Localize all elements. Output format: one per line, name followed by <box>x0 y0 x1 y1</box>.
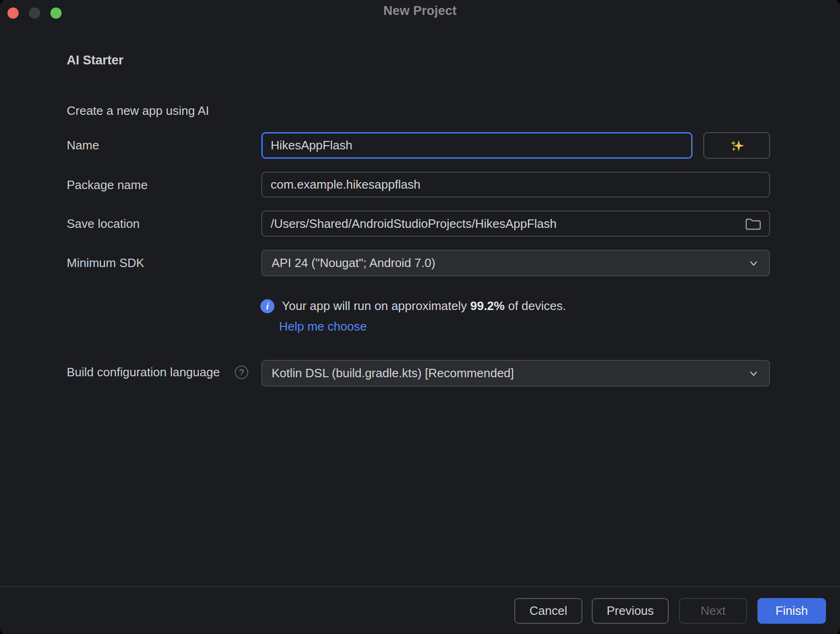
zoom-window-button[interactable] <box>50 7 62 19</box>
minimum-sdk-dropdown[interactable]: API 24 ("Nougat"; Android 7.0) <box>261 250 770 276</box>
sdk-coverage-prefix: Your app will run on approximately <box>282 299 470 313</box>
build-config-label: Build configuration language <box>67 364 220 380</box>
minimum-sdk-label: Minimum SDK <box>67 255 144 271</box>
save-location-input[interactable] <box>261 211 770 237</box>
new-project-dialog: New Project AI Starter Create a new app … <box>0 0 840 634</box>
save-location-label: Save location <box>67 216 140 232</box>
traffic-lights <box>7 7 62 19</box>
previous-button[interactable]: Previous <box>592 598 669 624</box>
finish-button[interactable]: Finish <box>757 598 826 624</box>
help-me-choose-link[interactable]: Help me choose <box>279 319 367 334</box>
minimize-window-button <box>29 7 40 19</box>
chevron-down-icon <box>748 257 760 269</box>
info-icon: i <box>260 299 274 313</box>
minimum-sdk-value: API 24 ("Nougat"; Android 7.0) <box>272 256 742 270</box>
package-name-label: Package name <box>67 177 147 193</box>
chevron-down-icon <box>748 367 760 380</box>
sparkle-ai-icon <box>728 136 746 155</box>
sdk-coverage-info: i Your app will run on approximately 99.… <box>260 299 566 313</box>
help-question-icon[interactable]: ? <box>235 366 248 379</box>
ai-generate-button[interactable] <box>703 132 770 159</box>
window-title: New Project <box>384 4 457 18</box>
wizard-step-subtitle: Create a new app using AI <box>67 103 209 119</box>
cancel-button[interactable]: Cancel <box>514 598 582 624</box>
name-label: Name <box>67 137 99 153</box>
build-config-value: Kotlin DSL (build.gradle.kts) [Recommend… <box>272 366 742 380</box>
package-name-input[interactable] <box>261 172 770 197</box>
next-button: Next <box>679 598 747 624</box>
titlebar: New Project <box>0 0 840 21</box>
wizard-step-title: AI Starter <box>67 52 124 68</box>
close-window-button[interactable] <box>7 7 19 19</box>
sdk-coverage-percent: 99.2% <box>470 299 505 313</box>
build-config-dropdown[interactable]: Kotlin DSL (build.gradle.kts) [Recommend… <box>261 360 770 387</box>
folder-icon <box>745 217 762 231</box>
footer-divider <box>0 586 840 587</box>
name-input[interactable] <box>261 132 693 159</box>
sdk-coverage-suffix: of devices. <box>504 299 566 313</box>
browse-folder-button[interactable] <box>741 215 765 233</box>
sdk-coverage-text: Your app will run on approximately 99.2%… <box>282 299 566 313</box>
